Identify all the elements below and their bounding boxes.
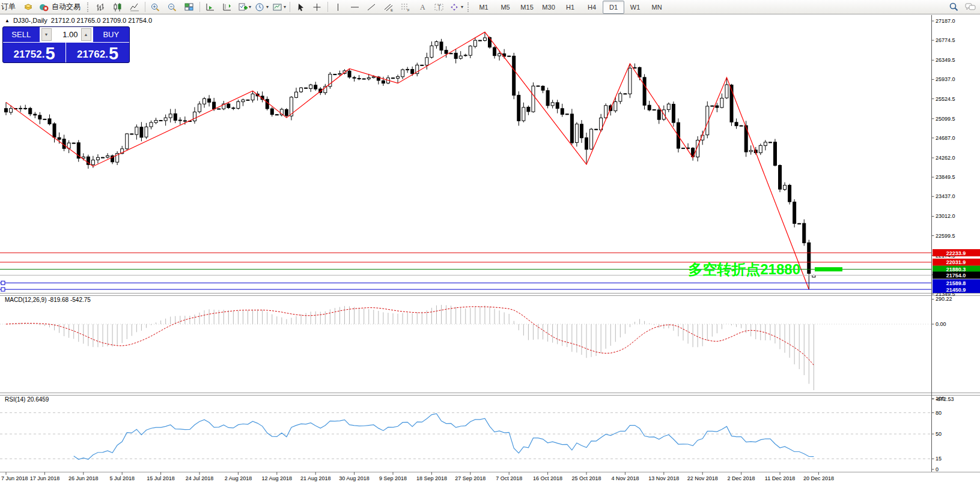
- vertical-line-icon[interactable]: [330, 1, 347, 14]
- svg-text:100: 100: [936, 396, 945, 402]
- svg-text:26 Jun 2018: 26 Jun 2018: [68, 475, 99, 481]
- arrows-button[interactable]: ▾: [448, 1, 465, 14]
- toolbar-grip: [87, 2, 90, 12]
- volume-input[interactable]: [53, 27, 80, 42]
- svg-text:23849.5: 23849.5: [936, 174, 955, 180]
- autotrading-button[interactable]: 自动交易: [37, 1, 85, 14]
- sell-button[interactable]: SELL: [3, 27, 40, 42]
- buy-button[interactable]: BUY: [93, 27, 130, 42]
- line-handle-icon[interactable]: [1, 281, 5, 285]
- chart-canvas[interactable]: 27187.026774.526349.525937.025524.525099…: [0, 0, 980, 488]
- svg-text:22 Nov 2018: 22 Nov 2018: [687, 475, 718, 481]
- crosshair-icon: [312, 2, 323, 12]
- toolbar-separator: [290, 2, 290, 12]
- timeframe-h1-button[interactable]: H1: [559, 1, 581, 14]
- search-icon: [948, 2, 959, 13]
- chart-title-bar: ▲ DJ30-,Daily 21712.0 21765.0 21709.0 21…: [5, 17, 152, 24]
- templates-button[interactable]: ▾: [270, 1, 288, 14]
- svg-text:22599.5: 22599.5: [936, 233, 955, 239]
- svg-text:4 Nov 2018: 4 Nov 2018: [611, 475, 639, 481]
- buy-price: 21762.: [77, 47, 108, 62]
- vertical-line-icon: [333, 2, 344, 12]
- clock-icon: [255, 2, 266, 12]
- svg-text:23012.0: 23012.0: [936, 213, 955, 219]
- toolbar-grip: [467, 2, 470, 12]
- svg-text:24687.0: 24687.0: [936, 135, 955, 141]
- timeframe-h4-button[interactable]: H4: [581, 1, 603, 14]
- chart-shift-icon[interactable]: [219, 1, 236, 14]
- channel-icon[interactable]: E: [380, 1, 397, 14]
- new-order-icon[interactable]: [20, 1, 37, 14]
- channel-icon: E: [383, 2, 394, 12]
- zoom-out-icon[interactable]: [164, 1, 181, 14]
- line-chart-icon: [129, 2, 140, 12]
- volume-increase-button[interactable]: ▲: [81, 28, 91, 41]
- chart-ohlc-values: 21712.0 21765.0 21709.0 21754.0: [51, 17, 152, 24]
- svg-text:25937.0: 25937.0: [936, 76, 955, 82]
- candlestick-chart-icon[interactable]: [109, 1, 126, 14]
- autotrading-button-label: 自动交易: [49, 2, 83, 12]
- collapse-triangle-icon[interactable]: ▲: [5, 18, 10, 23]
- line-handle-icon[interactable]: [1, 288, 5, 291]
- text-label-icon[interactable]: T: [431, 1, 448, 14]
- text-icon[interactable]: A: [414, 1, 431, 14]
- svg-text:290.22: 290.22: [936, 296, 952, 302]
- price-label-21589.8: 21589.8: [946, 280, 966, 286]
- candlestick-chart-icon: [112, 2, 123, 12]
- svg-text:A: A: [420, 3, 425, 11]
- svg-text:0.00: 0.00: [936, 321, 946, 327]
- svg-text:9 Sep 2018: 9 Sep 2018: [379, 475, 407, 481]
- timeframe-m30-button[interactable]: M30: [538, 1, 559, 14]
- svg-text:80: 80: [936, 410, 942, 416]
- periods-button[interactable]: ▾: [253, 1, 270, 14]
- arrows-icon: [449, 2, 460, 12]
- svg-text:7 Oct 2018: 7 Oct 2018: [496, 475, 522, 481]
- chart-shift-icon: [222, 2, 233, 12]
- volume-decrease-button[interactable]: ▼: [41, 28, 52, 41]
- timeframe-m5-button[interactable]: M5: [495, 1, 516, 14]
- volume-box: ▼ ▲: [40, 27, 93, 42]
- svg-text:25 Oct 2018: 25 Oct 2018: [571, 475, 601, 481]
- timeframe-mn-button[interactable]: MN: [646, 1, 668, 14]
- svg-text:2 Aug 2018: 2 Aug 2018: [225, 475, 252, 481]
- svg-text:24262.0: 24262.0: [936, 155, 955, 161]
- turn-point-annotation[interactable]: 多空转折点21880: [688, 261, 800, 277]
- timeframe-d1-button[interactable]: D1: [603, 1, 624, 14]
- rsi-label: RSI(14) 20.6459: [5, 396, 49, 403]
- orders-button[interactable]: 订单: [1, 1, 20, 14]
- cursor-icon[interactable]: [292, 1, 309, 14]
- search-icon[interactable]: [945, 1, 962, 14]
- fibonacci-icon: F: [400, 2, 411, 12]
- svg-text:E: E: [391, 8, 393, 12]
- timeframe-m1-button[interactable]: M1: [473, 1, 495, 14]
- autotrading-icon: [38, 2, 49, 12]
- chat-icon[interactable]: [962, 1, 979, 14]
- svg-text:25524.5: 25524.5: [936, 96, 955, 102]
- macd-label: MACD(12,26,9) -819.68 -542.75: [5, 297, 91, 303]
- toolbar-separator: [199, 2, 200, 12]
- line-chart-icon[interactable]: [126, 1, 143, 14]
- turn-point-marker[interactable]: [815, 267, 842, 271]
- indicators-button[interactable]: ▾: [236, 1, 253, 14]
- rsi-axis-labels: 1008050150: [932, 396, 945, 472]
- horizontal-line-icon[interactable]: [347, 1, 364, 14]
- timeframe-m15-button[interactable]: M15: [516, 1, 538, 14]
- macd-axis-labels: 290.220.00-872.53: [932, 296, 954, 402]
- sell-price-button[interactable]: 21752. 5: [3, 43, 66, 63]
- sell-price: 21752.: [13, 47, 44, 62]
- tile-windows-icon[interactable]: [181, 1, 198, 14]
- crosshair-icon[interactable]: [309, 1, 326, 14]
- zoom-in-icon[interactable]: [147, 1, 164, 14]
- toolbar-separator: [145, 2, 145, 12]
- bar-chart-icon[interactable]: [93, 1, 109, 14]
- timeframe-w1-button[interactable]: W1: [624, 1, 646, 14]
- auto-scroll-icon[interactable]: [202, 1, 219, 14]
- fibonacci-icon[interactable]: F: [397, 1, 414, 14]
- new-order-icon: [23, 2, 34, 12]
- zoom-out-icon: [167, 2, 178, 12]
- chart-symbol-period: DJ30-,Daily: [13, 17, 47, 24]
- cursor-icon: [295, 2, 306, 12]
- trend-line-icon[interactable]: [364, 1, 380, 14]
- text-icon: A: [417, 2, 428, 12]
- buy-price-button[interactable]: 21762. 5: [66, 43, 129, 63]
